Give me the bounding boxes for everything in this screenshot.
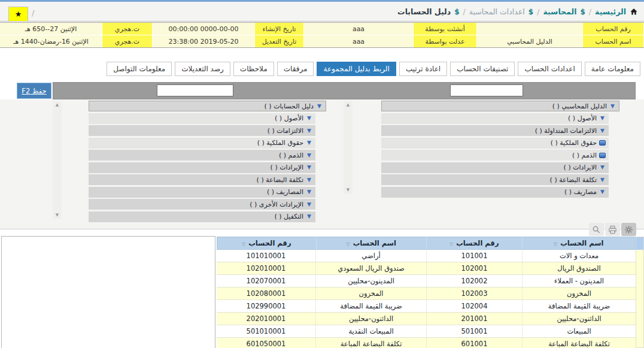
table-row[interactable]: المدينون - العملاء 102002 المدينون-محليي…	[217, 275, 636, 288]
breadcrumb-home[interactable]: الرئيسية	[595, 7, 638, 16]
tree-node[interactable]: الذمم ( )	[89, 150, 315, 161]
tree-node[interactable]: الإيرادات الأخرى ( )	[89, 199, 315, 210]
breadcrumb: الرئيسية / $ المحاسبة / $ اعدادات المحاس…	[397, 7, 638, 16]
table-column-header[interactable]: اسم الحساب	[316, 237, 426, 249]
tree-node-icon[interactable]	[306, 140, 312, 146]
tree-node[interactable]: الدليل المحاسبي ( )	[381, 101, 619, 111]
sort-icon[interactable]	[449, 239, 453, 247]
tree-node[interactable]: الأصول ( )	[89, 113, 315, 124]
tree-node-icon[interactable]	[599, 140, 606, 146]
tab[interactable]: اعادة ترتيب	[399, 62, 447, 76]
save-button-label: حفظ F2	[22, 87, 46, 95]
tree-node-icon[interactable]	[306, 214, 312, 219]
table-row[interactable]: المخزون 102003 المخزون 102080001	[217, 288, 636, 300]
settings-button[interactable]	[621, 223, 636, 236]
save-button[interactable]: حفظ F2	[17, 83, 51, 99]
breadcrumb-link[interactable]: المحاسبة	[543, 7, 576, 16]
group-tree-scrollbar[interactable]: ▲ ▼	[53, 101, 62, 219]
tree-node[interactable]: الأصول ( )	[381, 113, 609, 124]
account-name-cell: معدات و الات	[522, 250, 636, 262]
column-header-label: رقم الحساب	[456, 239, 499, 247]
tree-node-icon[interactable]	[599, 189, 606, 195]
tree-node[interactable]: تكلفة البضاعة ( )	[89, 174, 315, 185]
column-header-label: رقم الحساب	[248, 239, 291, 247]
breadcrumb-link[interactable]: الرئيسية	[595, 7, 626, 16]
app-header: ★ / الرئيسية / $ المحاسبة / $	[0, 2, 644, 22]
tree-node[interactable]: تكلفة البضاعة ( )	[381, 174, 609, 185]
print-button[interactable]	[605, 223, 620, 236]
scroll-up-icon[interactable]: ▲	[56, 101, 59, 109]
tree-node-icon[interactable]	[306, 116, 312, 121]
tab[interactable]: تصنيفات الحساب	[450, 62, 515, 76]
breadcrumb-link[interactable]: دليل الحسابات	[397, 7, 451, 16]
tree-node-icon[interactable]	[306, 202, 312, 207]
tree-node[interactable]: الذمم ( )	[381, 150, 609, 161]
tree-node-icon[interactable]	[609, 104, 616, 109]
table-column-header[interactable]: رقم الحساب	[217, 237, 316, 249]
tab[interactable]: رصد التعديلات	[175, 62, 230, 76]
tree-node-icon[interactable]	[306, 128, 312, 134]
account-tree-search-input[interactable]	[450, 84, 523, 96]
breadcrumb-item[interactable]: / $ المحاسبة	[543, 7, 591, 16]
linked-account-number-cell: 202010001	[217, 313, 315, 325]
table-row[interactable]: الصندوق الريال 102001 صندوق الريال السعو…	[217, 262, 636, 275]
table-scrollbar[interactable]	[636, 237, 644, 348]
tab[interactable]: معلومات التواصل	[107, 62, 172, 76]
tree-node-icon[interactable]	[306, 177, 312, 183]
tree-node[interactable]: مصاريف ( )	[381, 187, 609, 198]
table-scrollbar-thumb[interactable]	[636, 237, 643, 250]
table-row[interactable]: المبيعات 501001 المبيعات النقدية 5010100…	[217, 325, 636, 338]
tab[interactable]: الربط بدليل المجموعة	[317, 62, 396, 76]
tree-node-icon[interactable]	[599, 177, 606, 183]
tree-node[interactable]: الالتزامات ( )	[89, 125, 315, 136]
tree-node[interactable]: الالتزامات المتداولة ( )	[381, 125, 609, 136]
tab[interactable]: ملاحظات	[233, 62, 274, 76]
tree-node-icon[interactable]	[599, 128, 606, 134]
linked-account-number-cell: 102080001	[217, 288, 315, 299]
breadcrumb-item[interactable]: / $ اعدادات المحاسبة	[469, 7, 540, 16]
scroll-up-icon[interactable]: ▲	[347, 101, 350, 109]
tree-node-icon[interactable]	[599, 165, 606, 170]
group-tree-search-input[interactable]	[157, 84, 233, 96]
tab[interactable]: معلومات عامة	[585, 62, 640, 76]
tree-node[interactable]: حقوق الملكية ( )	[381, 138, 609, 149]
account-tree-scrollbar[interactable]: ▲ ▼	[344, 101, 353, 194]
table-column-header[interactable]: رقم الحساب	[426, 237, 522, 249]
table-row[interactable]: ضريبة القيمة المضافة 102004 ضريبة القيمة…	[217, 300, 636, 313]
linked-account-name-cell: الدائنون-محليين	[315, 313, 426, 325]
dollar-icon: $	[454, 8, 459, 16]
tree-node-icon[interactable]	[306, 165, 312, 170]
breadcrumb-item[interactable]: / $ دليل الحسابات	[397, 7, 466, 16]
tree-node[interactable]: التكفيل ( )	[89, 211, 315, 222]
sort-icon[interactable]	[346, 239, 350, 247]
sort-icon[interactable]	[242, 239, 245, 247]
tree-node-icon[interactable]	[599, 116, 606, 121]
sort-icon[interactable]	[554, 239, 557, 247]
scroll-down-icon[interactable]: ▼	[56, 211, 59, 219]
table-column-header[interactable]: اسم الحساب	[522, 237, 635, 249]
table-row[interactable]: معدات و الات 101001 أراضي 101010001	[217, 250, 636, 262]
info-cell: aaa	[304, 23, 413, 35]
tree-node[interactable]: المصاريف ( )	[89, 187, 315, 198]
tree-node[interactable]: دليل الحسابات ( )	[89, 101, 326, 111]
dollar-icon: $	[528, 8, 533, 16]
search-button[interactable]	[589, 223, 604, 236]
tree-node-icon[interactable]	[306, 189, 312, 195]
tab[interactable]: اعدادات الحساب	[518, 62, 581, 76]
linked-account-number-cell: 601050001	[217, 338, 315, 348]
scroll-down-icon[interactable]: ▼	[347, 186, 350, 194]
tree-node-icon[interactable]	[316, 104, 323, 109]
tree-node-icon[interactable]	[306, 153, 312, 158]
tree-node[interactable]: الايرادات ( )	[381, 162, 609, 173]
favorite-button[interactable]: ★	[8, 7, 28, 22]
breadcrumb-link[interactable]: اعدادات المحاسبة	[469, 7, 525, 16]
table-row[interactable]: تكلفة البضاعة المباعة 601001 تكلفة البضا…	[217, 338, 636, 348]
table-row[interactable]: الدائنون-محليين 201001 الدائنون-محليين 2…	[217, 313, 636, 325]
table-toolbar	[589, 223, 636, 236]
info-row: رقم الحساب أنشئت بوسطة aaa تاريخ الإنشاء…	[0, 23, 644, 35]
tab[interactable]: مرفقات	[277, 62, 314, 76]
tree-node-icon[interactable]	[599, 153, 606, 158]
tree-node[interactable]: حقوق الملكية ( )	[89, 138, 315, 149]
linked-account-name-cell: أراضي	[315, 250, 426, 262]
tree-node[interactable]: الإيرادات ( )	[89, 162, 315, 173]
